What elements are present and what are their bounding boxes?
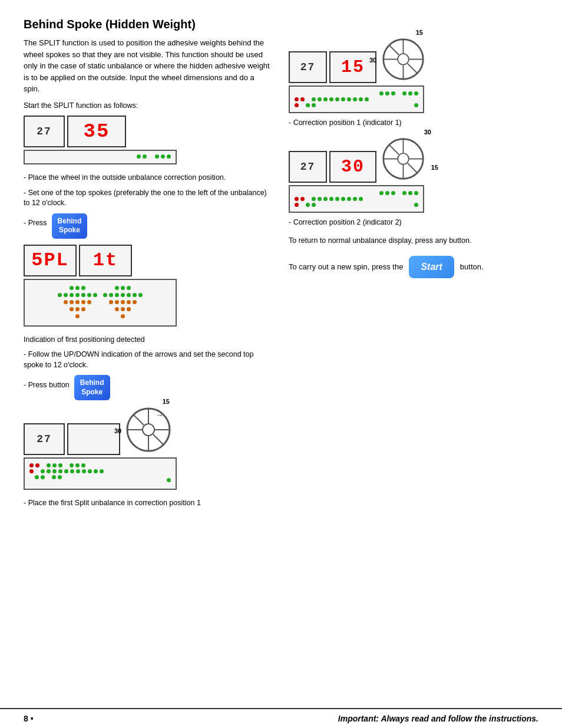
svg-line-6	[133, 414, 144, 425]
wheel1-left-label: 30	[114, 427, 121, 434]
dot-board-3	[24, 457, 177, 490]
right-wheel2-left: 15	[431, 164, 438, 171]
new-spin-suffix: button.	[460, 262, 484, 271]
svg-text:→: →	[156, 410, 164, 420]
behind-spoke-button-2[interactable]: Behind Spoke	[74, 375, 110, 400]
wheel-svg-1: →	[125, 406, 172, 453]
svg-line-23	[389, 144, 399, 154]
wheel1-top-label: 15	[163, 398, 170, 405]
display-row-1: 27 35	[24, 116, 271, 147]
dot-cluster-left	[58, 286, 97, 319]
right-caption1: - Correction position 1 (indicator 1)	[289, 118, 538, 129]
press-row-1: - Press Behind Spoke	[24, 213, 271, 239]
display3-section: 27 15 30	[24, 406, 271, 490]
display3-left: 27	[24, 423, 65, 455]
svg-point-18	[398, 153, 409, 164]
display-left-1: 27	[24, 116, 65, 147]
right-section-1: 27 15 15 30	[289, 37, 538, 129]
display3-boxes: 27	[24, 423, 120, 457]
set-spoke-caption: - Set one of the top spokes (preferably …	[24, 188, 271, 209]
start-button[interactable]: Start	[409, 256, 454, 278]
outside-correction-caption: - Place the wheel in the outside unbalan…	[24, 173, 271, 183]
svg-line-24	[408, 163, 418, 173]
page-title: Behind Spoke (Hidden Weight)	[24, 18, 538, 31]
bottom-notice: Important: Always read and follow the in…	[338, 714, 538, 723]
right-display1-with-wheel: 27 15 15 30	[289, 37, 538, 85]
spl-display-left: 5PL	[24, 245, 77, 276]
left-column: The SPLIT function is used to position t…	[24, 37, 271, 513]
dot-board-right-2	[289, 185, 424, 213]
dot-line-1	[29, 154, 171, 159]
right-wheel1-left: 30	[369, 57, 376, 64]
right-display2-boxes: 27 30	[289, 151, 376, 185]
split-display-section: 27 35	[24, 116, 271, 164]
spl-display-row: 5PL 1t	[24, 245, 271, 276]
follow-text: - Follow the UP/DOWN indication of the a…	[24, 350, 271, 370]
svg-line-16	[408, 64, 418, 74]
wheel-svg-right-1	[381, 37, 425, 81]
dot-board-right-1	[289, 85, 424, 113]
svg-line-7	[153, 434, 164, 445]
right-caption2: - Correction position 2 (indicator 2)	[289, 218, 538, 228]
new-spin-row: To carry out a new spin, press the Start…	[289, 256, 538, 278]
indication-text: Indication of first positioning detected	[24, 335, 271, 345]
dot-cluster-right	[103, 286, 143, 319]
spl-display-section: 5PL 1t	[24, 245, 271, 327]
right-display1-boxes: 27 15	[289, 51, 376, 85]
dot-board-spl	[24, 279, 177, 327]
dot-board-1	[24, 150, 177, 164]
new-spin-text: To carry out a new spin, press the	[289, 262, 403, 271]
right-display2-right: 30	[329, 151, 376, 183]
dot	[167, 154, 171, 159]
page-number: 8 •	[24, 714, 34, 723]
spl-display-right: 1t	[79, 245, 132, 276]
right-wheel1-top: 15	[416, 29, 423, 36]
wheel-svg-right-2	[381, 137, 425, 181]
svg-point-1	[143, 424, 154, 436]
page: Behind Spoke (Hidden Weight) The SPLIT f…	[0, 0, 562, 728]
bottom-bar: 8 • Important: Always read and follow th…	[0, 708, 562, 728]
wheel-diagram-1: 15 30 →	[125, 406, 172, 455]
right-section-2: 27 30 30 15	[289, 137, 538, 228]
right-display2-with-wheel: 27 30 30 15	[289, 137, 538, 185]
place-first-split-caption: - Place the first Split unbalance in cor…	[24, 498, 271, 509]
dot	[161, 154, 165, 159]
right-wheel2-top: 30	[424, 129, 431, 136]
behind-spoke-button-1[interactable]: Behind Spoke	[52, 213, 88, 239]
wheel-diagram-right-1: 15 30	[381, 37, 425, 83]
dot	[155, 154, 159, 159]
press-label-2: - Press button	[24, 380, 70, 391]
split-start-label: Start the SPLIT function as follows:	[24, 101, 271, 111]
right-column: 27 15 15 30	[289, 37, 538, 513]
svg-point-10	[398, 54, 409, 65]
right-display2-left: 27	[289, 151, 327, 183]
display3-right	[67, 423, 120, 455]
intro-text: The SPLIT function is used to position t…	[24, 37, 271, 95]
right-display1-left: 27	[289, 51, 327, 83]
press-label-1: - Press	[24, 218, 47, 229]
display3-row: 27 15 30	[24, 406, 271, 457]
dot	[143, 154, 147, 159]
dot	[137, 154, 141, 159]
wheel-diagram-right-2: 30 15	[381, 137, 425, 183]
svg-line-15	[389, 45, 399, 55]
press-row-2: - Press button Behind Spoke	[24, 375, 271, 400]
display-right-1: 35	[67, 116, 126, 147]
return-text: To return to normal unbalance display, p…	[289, 236, 538, 246]
